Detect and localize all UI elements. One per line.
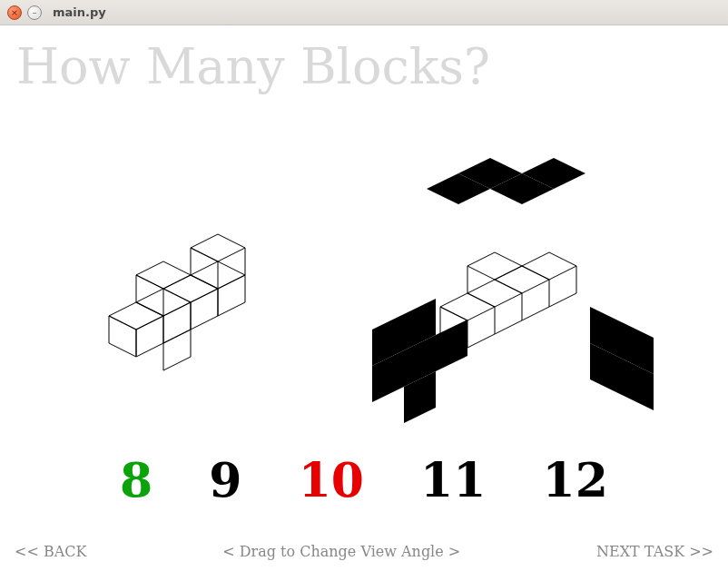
window-titlebar: × – main.py	[0, 0, 728, 25]
question-text: How Many Blocks?	[16, 38, 490, 95]
answer-option-1[interactable]: 9	[209, 452, 241, 507]
wireframe-left	[91, 225, 290, 389]
next-button[interactable]: NEXT TASK >>	[596, 543, 713, 560]
answer-option-0[interactable]: 8	[120, 452, 152, 507]
right-shadow	[581, 280, 672, 425]
answer-option-4[interactable]: 12	[543, 452, 608, 507]
top-shadow	[418, 148, 599, 221]
footer-bar: << BACK < Drag to Change View Angle > NE…	[0, 543, 728, 560]
answer-option-3[interactable]: 11	[420, 452, 486, 507]
window-title: main.py	[53, 5, 106, 19]
app-content: How Many Blocks?	[0, 25, 728, 571]
back-button[interactable]: << BACK	[15, 543, 86, 560]
block-scene[interactable]	[0, 116, 728, 416]
close-icon[interactable]: ×	[7, 5, 22, 20]
left-shadow	[363, 280, 490, 425]
answer-option-2[interactable]: 10	[299, 452, 364, 507]
minimize-icon[interactable]: –	[27, 5, 42, 20]
drag-hint: < Drag to Change View Angle >	[222, 543, 460, 560]
answer-options: 8 9 10 11 12	[0, 452, 728, 507]
